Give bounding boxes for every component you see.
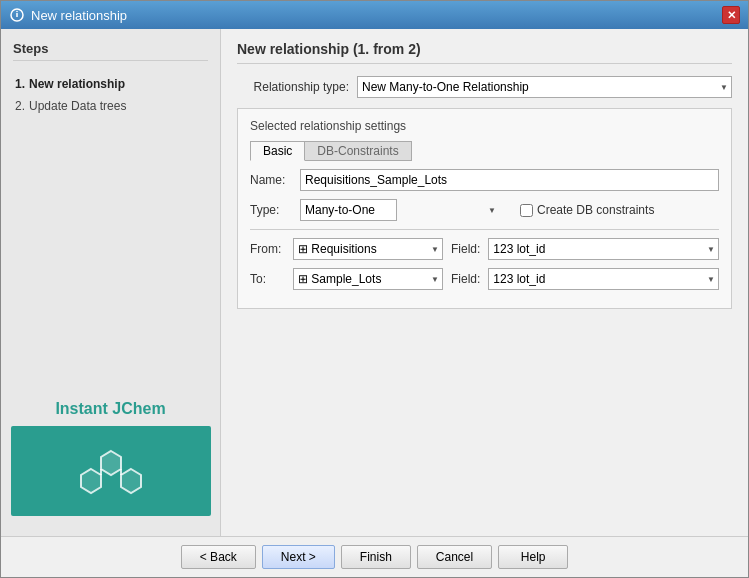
dialog-title: New relationship — [31, 8, 127, 23]
dialog-body: Steps 1.New relationship 2.Update Data t… — [1, 29, 748, 536]
finish-button[interactable]: Finish — [341, 545, 411, 569]
main-content: New relationship (1. from 2) Relationshi… — [221, 29, 748, 536]
svg-marker-3 — [101, 451, 121, 475]
create-db-constraints-checkbox[interactable] — [520, 204, 533, 217]
type-row: Type: Many-to-One One-to-Many One-to-One… — [250, 199, 719, 221]
step-2-label: Update Data trees — [29, 99, 126, 113]
tab-basic[interactable]: Basic — [250, 141, 305, 161]
name-row: Name: — [250, 169, 719, 191]
to-table-wrapper[interactable]: ⊞ Sample_Lots — [293, 268, 443, 290]
divider — [250, 229, 719, 230]
from-label: From: — [250, 242, 285, 256]
type-select-wrapper[interactable]: Many-to-One One-to-Many One-to-One — [300, 199, 500, 221]
relationship-type-label: Relationship type: — [237, 80, 357, 94]
from-table-wrapper[interactable]: ⊞ Requisitions — [293, 238, 443, 260]
from-field-wrapper[interactable]: 123 lot_id — [488, 238, 719, 260]
to-row: To: ⊞ Sample_Lots Field: 123 lot_id — [250, 268, 719, 290]
relationship-type-select[interactable]: New Many-to-One Relationship New One-to-… — [357, 76, 732, 98]
to-table-select[interactable]: ⊞ Sample_Lots — [293, 268, 443, 290]
tab-basic-content: Name: Type: Many-to-One One-to-Many One-… — [250, 169, 719, 290]
help-button[interactable]: Help — [498, 545, 568, 569]
title-bar-left: New relationship — [9, 7, 127, 23]
cancel-button[interactable]: Cancel — [417, 545, 492, 569]
name-label: Name: — [250, 173, 300, 187]
from-field-label: Field: — [451, 242, 480, 256]
next-button[interactable]: Next > — [262, 545, 335, 569]
type-label: Type: — [250, 203, 300, 217]
title-bar: New relationship ✕ — [1, 1, 748, 29]
to-label: To: — [250, 272, 285, 286]
steps-title: Steps — [13, 41, 208, 61]
back-button[interactable]: < Back — [181, 545, 256, 569]
step-1-number: 1. — [15, 77, 25, 91]
logo-icon — [76, 441, 146, 501]
svg-point-2 — [16, 11, 18, 13]
settings-group: Selected relationship settings Basic DB-… — [237, 108, 732, 309]
to-field-wrapper[interactable]: 123 lot_id — [488, 268, 719, 290]
relationship-type-select-wrapper[interactable]: New Many-to-One Relationship New One-to-… — [357, 76, 732, 98]
main-title: New relationship (1. from 2) — [237, 41, 732, 64]
dialog-footer: < Back Next > Finish Cancel Help — [1, 536, 748, 577]
svg-marker-5 — [121, 469, 141, 493]
relationship-type-row: Relationship type: New Many-to-One Relat… — [237, 76, 732, 98]
step-1: 1.New relationship — [13, 73, 208, 95]
svg-marker-4 — [81, 469, 101, 493]
step-1-label: New relationship — [29, 77, 125, 91]
tab-bar: Basic DB-Constraints — [250, 141, 719, 161]
sidebar: Steps 1.New relationship 2.Update Data t… — [1, 29, 221, 536]
from-field-select[interactable]: 123 lot_id — [488, 238, 719, 260]
step-2: 2.Update Data trees — [13, 95, 208, 117]
close-button[interactable]: ✕ — [722, 6, 740, 24]
settings-group-title: Selected relationship settings — [250, 119, 719, 133]
step-2-number: 2. — [15, 99, 25, 113]
new-relationship-dialog: New relationship ✕ Steps 1.New relations… — [0, 0, 749, 578]
create-db-constraints-text: Create DB constraints — [537, 203, 654, 217]
brand-label: Instant JChem — [55, 400, 165, 418]
tab-db-constraints[interactable]: DB-Constraints — [304, 141, 411, 161]
create-db-constraints-label[interactable]: Create DB constraints — [520, 203, 654, 217]
type-select[interactable]: Many-to-One One-to-Many One-to-One — [300, 199, 397, 221]
from-table-select[interactable]: ⊞ Requisitions — [293, 238, 443, 260]
logo-area: Instant JChem — [13, 400, 208, 524]
to-field-select[interactable]: 123 lot_id — [488, 268, 719, 290]
dialog-icon — [9, 7, 25, 23]
logo-box — [11, 426, 211, 516]
name-input[interactable] — [300, 169, 719, 191]
to-field-label: Field: — [451, 272, 480, 286]
from-row: From: ⊞ Requisitions Field: 123 lot_id — [250, 238, 719, 260]
